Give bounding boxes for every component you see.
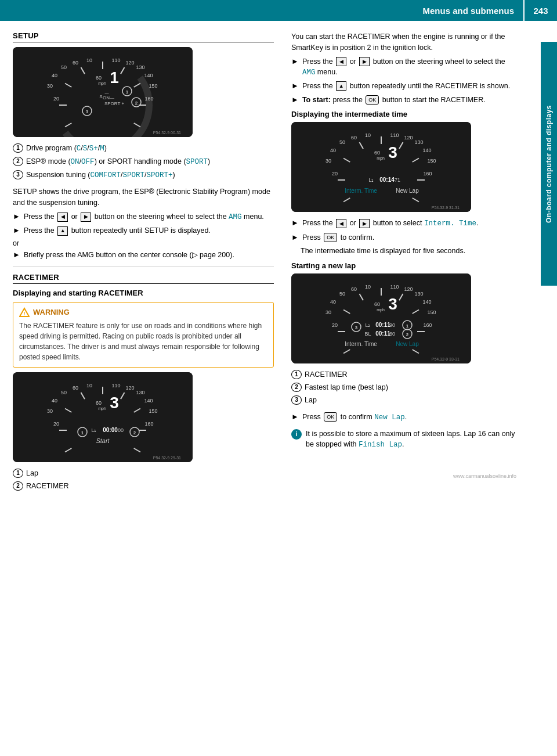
- warning-triangle-icon: !: [19, 307, 30, 318]
- svg-text:130: 130: [414, 139, 423, 145]
- interm-cluster: 20 30 40 50 60 10 110 120 130 140 150 16…: [291, 122, 471, 212]
- svg-text:1: 1: [406, 323, 409, 329]
- racetimer-section-title: RACETIMER: [13, 273, 274, 284]
- svg-text:150: 150: [149, 83, 157, 89]
- svg-text:1: 1: [126, 89, 129, 95]
- racetimer-start-cluster: 20 30 40 50 60 10 110 120 130 140 150 16…: [13, 372, 193, 462]
- svg-text:60: 60: [351, 135, 357, 141]
- info-icon: i: [291, 429, 302, 440]
- setup-items: 1 Drive program (C/S/S+/M) 2 ESP® mode (…: [13, 143, 274, 181]
- racetimer-cluster1-items: 1 Lap 2 RACETIMER: [13, 468, 274, 491]
- arrow-icon-n1: ►: [291, 412, 299, 423]
- svg-text:50: 50: [61, 64, 67, 70]
- svg-text:40: 40: [52, 398, 57, 404]
- svg-text:50: 50: [61, 390, 67, 395]
- warning-body-text: The RACETIMER feature is only for use on…: [19, 321, 267, 362]
- svg-text:1: 1: [110, 69, 119, 87]
- info-text: It is possible to store a maximum of six…: [306, 429, 516, 450]
- svg-text:60: 60: [374, 150, 380, 156]
- setup-bullet-1: ► Press the ◀ or ▶ button on the steerin…: [13, 211, 274, 222]
- cluster1-item-1: 1 Lap: [13, 468, 274, 478]
- newlap-section-title: Starting a new lap: [291, 261, 516, 270]
- svg-rect-0: [13, 47, 193, 137]
- right-btn-r1: ▶: [359, 57, 370, 66]
- right-btn-i1: ▶: [359, 219, 370, 228]
- svg-text:40: 40: [330, 147, 336, 153]
- arrow-icon-r3: ►: [291, 95, 299, 106]
- svg-text:3: 3: [110, 394, 119, 412]
- svg-text:3: 3: [388, 143, 397, 161]
- svg-text:00: 00: [118, 427, 124, 433]
- svg-text:2: 2: [133, 430, 136, 435]
- svg-rect-104: [291, 273, 471, 363]
- svg-text:40: 40: [330, 299, 336, 305]
- up-button: ▲: [57, 226, 68, 236]
- svg-text:mph: mph: [98, 406, 106, 411]
- svg-text:60: 60: [351, 286, 357, 292]
- svg-text:30: 30: [47, 408, 53, 414]
- svg-text:60: 60: [389, 331, 395, 337]
- svg-text:50: 50: [339, 139, 345, 145]
- svg-text:00:11: 00:11: [375, 330, 390, 337]
- svg-text:130: 130: [136, 64, 144, 70]
- displaying-title: Displaying and starting RACETIMER: [13, 289, 274, 297]
- svg-text:110: 110: [111, 383, 120, 388]
- right-column: You can start the RACETIMER when the eng…: [284, 31, 540, 497]
- svg-text:120: 120: [125, 60, 134, 66]
- svg-text:ON—: ON—: [103, 95, 114, 100]
- left-button: ◀: [57, 213, 68, 222]
- svg-text:140: 140: [422, 299, 431, 305]
- svg-text:60: 60: [374, 301, 380, 307]
- svg-text:160: 160: [423, 171, 432, 177]
- arrow-icon-r2: ►: [291, 81, 299, 92]
- setup-item-3: 3 Suspension tuning (COMFORT/SPORT/SPORT…: [13, 170, 274, 181]
- svg-text:BL: BL: [364, 331, 371, 337]
- svg-text:mph: mph: [377, 156, 385, 161]
- right-button: ▶: [81, 213, 91, 222]
- up-btn-r2: ▲: [336, 81, 346, 91]
- svg-text:—: —: [105, 91, 109, 95]
- svg-text:150: 150: [149, 408, 157, 414]
- svg-text:90: 90: [389, 322, 395, 328]
- newlap-item-1: 1 RACETIMER: [291, 369, 516, 380]
- svg-text:P54.32-9 29-31: P54.32-9 29-31: [153, 456, 181, 460]
- svg-text:30: 30: [47, 83, 53, 89]
- interm-bullet-2: ► Press OK to confirm.: [291, 232, 516, 243]
- svg-text:20: 20: [53, 421, 59, 427]
- svg-text:2: 2: [135, 100, 138, 106]
- arrow-icon-1: ►: [13, 211, 20, 222]
- setup-alt-bullet: ► Briefly press the AMG button on the ce…: [13, 250, 274, 261]
- svg-text:3: 3: [388, 295, 397, 313]
- interm-bullet-1: ► Press the ◀ or ▶ button to select Inte…: [291, 218, 516, 229]
- setup-description: SETUP shows the drive program, the ESP® …: [13, 186, 274, 208]
- svg-text:3: 3: [86, 109, 89, 114]
- warning-title-text: WARNING: [33, 308, 70, 316]
- section-divider-1: [13, 267, 274, 267]
- svg-text:30: 30: [325, 158, 331, 164]
- svg-text:60: 60: [96, 400, 102, 406]
- page-header: Menus and submenus 243: [0, 0, 557, 21]
- setup-section-title: SETUP: [13, 31, 274, 42]
- svg-text:P54.32-9 31-31: P54.32-9 31-31: [432, 206, 460, 210]
- svg-text:160: 160: [423, 322, 432, 328]
- svg-text:150: 150: [427, 158, 436, 164]
- cluster1-item-2: 2 RACETIMER: [13, 481, 274, 491]
- or-separator: or: [13, 239, 274, 247]
- svg-text:50: 50: [339, 291, 345, 297]
- svg-text:10: 10: [365, 284, 371, 290]
- svg-text:60: 60: [96, 75, 102, 81]
- svg-text:10: 10: [86, 57, 92, 63]
- svg-text:mph: mph: [98, 81, 106, 86]
- main-content: SETUP: [0, 21, 557, 497]
- svg-text:10: 10: [365, 132, 371, 138]
- svg-text:110: 110: [111, 57, 120, 63]
- svg-text:Interm. Time: Interm. Time: [345, 188, 377, 194]
- svg-text:130: 130: [414, 291, 423, 297]
- svg-text:60: 60: [73, 60, 78, 66]
- ok-btn-r3: OK: [366, 95, 379, 105]
- svg-text:20: 20: [53, 96, 59, 102]
- svg-text:140: 140: [422, 147, 431, 153]
- arrow-icon-2: ►: [13, 225, 20, 236]
- racetimer-bullet-1: ► Press the ◀ or ▶ button on the steerin…: [291, 56, 516, 78]
- newlap-items: 1 RACETIMER 2 Fastest lap time (best lap…: [291, 369, 516, 405]
